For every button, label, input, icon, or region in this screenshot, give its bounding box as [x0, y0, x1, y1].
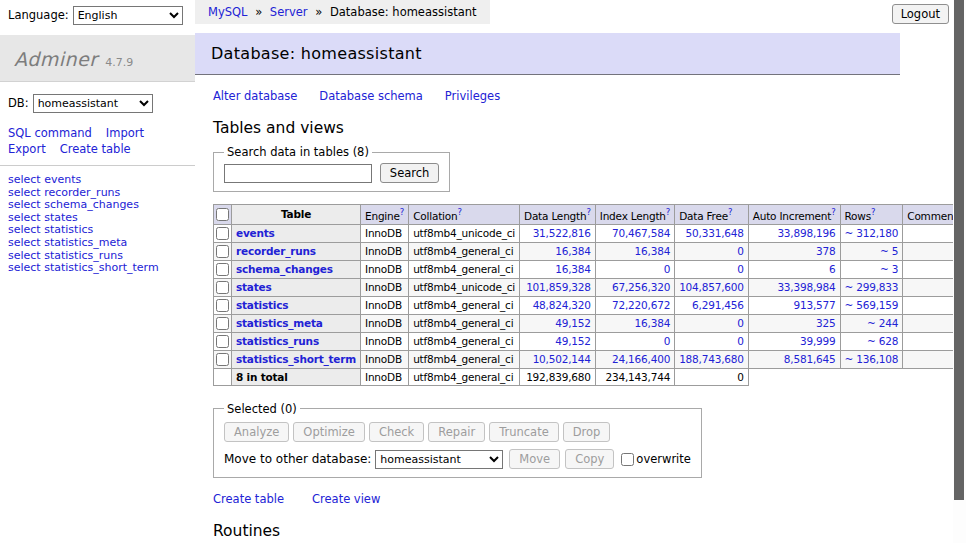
sidebar-select-schema-changes[interactable]: select schema_changes: [8, 199, 195, 212]
data-length-help-link[interactable]: ?: [586, 207, 590, 217]
auto-increment-link[interactable]: 378: [753, 245, 836, 257]
rows-link[interactable]: ~ 628: [845, 335, 899, 347]
sidebar-link-create-table[interactable]: Create table: [60, 141, 131, 157]
table-name-cell: statistics_short_term: [232, 350, 361, 368]
rows-link[interactable]: ~ 299,833: [845, 281, 899, 293]
index-length-link[interactable]: 70,467,584: [600, 227, 670, 239]
sidebar-link-import[interactable]: Import: [106, 125, 144, 141]
index-length-link[interactable]: 16,384: [600, 317, 670, 329]
move-database-select[interactable]: homeassistant: [375, 450, 503, 469]
index-length-link[interactable]: 0: [600, 263, 670, 275]
table-link-statistics-meta[interactable]: statistics_meta: [236, 317, 323, 329]
auto-increment-help-link[interactable]: ?: [831, 207, 835, 217]
data-length-link[interactable]: 101,859,328: [524, 281, 591, 293]
data-length-link[interactable]: 16,384: [524, 263, 591, 275]
collation-cell: utf8mb4_general_ci: [409, 296, 520, 314]
data-free-link[interactable]: 104,857,600: [679, 281, 744, 293]
breadcrumb-mysql-link[interactable]: MySQL: [208, 5, 248, 19]
data-length-link[interactable]: 10,502,144: [524, 353, 591, 365]
index-length-link[interactable]: 24,166,400: [600, 353, 670, 365]
engine-help-link[interactable]: ?: [400, 207, 404, 217]
database-schema-link[interactable]: Database schema: [319, 89, 422, 103]
table-link-states[interactable]: states: [236, 281, 272, 293]
data-length-link[interactable]: 49,152: [524, 335, 591, 347]
row-checkbox-events[interactable]: [216, 227, 229, 240]
rows-link[interactable]: ~ 3: [845, 263, 899, 275]
data-free-link[interactable]: 0: [679, 263, 744, 275]
sidebar-select-statistics-meta[interactable]: select statistics_meta: [8, 237, 195, 250]
rows-link[interactable]: ~ 244: [845, 317, 899, 329]
auto-increment-link[interactable]: 6: [753, 263, 836, 275]
table-link-schema-changes[interactable]: schema_changes: [236, 263, 333, 275]
index-length-link[interactable]: 72,220,672: [600, 299, 670, 311]
column-header-engine: Engine?: [361, 205, 409, 225]
auto-increment-link[interactable]: 325: [753, 317, 836, 329]
index-length-link[interactable]: 0: [600, 335, 670, 347]
index-length-link[interactable]: 16,384: [600, 245, 670, 257]
sidebar-select-events[interactable]: select events: [8, 174, 195, 187]
selected-fieldset: Selected (0) AnalyzeOptimizeCheckRepairT…: [213, 402, 702, 478]
row-checkbox-cell: [214, 242, 232, 260]
index-length-help-link[interactable]: ?: [666, 207, 670, 217]
data-free-link[interactable]: 188,743,680: [679, 353, 744, 365]
row-checkbox-states[interactable]: [216, 281, 229, 294]
rows-cell: ~ 628: [840, 332, 903, 350]
alter-database-link[interactable]: Alter database: [213, 89, 297, 103]
table-link-statistics-short-term[interactable]: statistics_short_term: [236, 353, 356, 365]
data-length-link[interactable]: 31,522,816: [524, 227, 591, 239]
auto-increment-link[interactable]: 8,581,645: [753, 353, 836, 365]
row-checkbox-statistics-short-term[interactable]: [216, 353, 229, 366]
search-button[interactable]: Search: [380, 163, 440, 183]
row-checkbox-statistics[interactable]: [216, 299, 229, 312]
row-checkbox-cell: [214, 260, 232, 278]
create-view-link[interactable]: Create view: [312, 492, 380, 506]
search-input[interactable]: [224, 164, 372, 183]
data-free-link[interactable]: 0: [679, 335, 744, 347]
sidebar-link-sql-command[interactable]: SQL command: [8, 125, 92, 141]
row-checkbox-recorder-runs[interactable]: [216, 245, 229, 258]
create-table-link[interactable]: Create table: [213, 492, 284, 506]
data-free-link[interactable]: 50,331,648: [679, 227, 744, 239]
table-link-events[interactable]: events: [236, 227, 275, 239]
table-link-statistics[interactable]: statistics: [236, 299, 288, 311]
data-length-link[interactable]: 48,824,320: [524, 299, 591, 311]
scrollbar-thumb[interactable]: [954, 0, 964, 500]
table-link-recorder-runs[interactable]: recorder_runs: [236, 245, 316, 257]
data-free-help-link[interactable]: ?: [728, 207, 732, 217]
auto-increment-cell: 8,581,645: [748, 350, 840, 368]
privileges-link[interactable]: Privileges: [445, 89, 500, 103]
collation-help-link[interactable]: ?: [457, 207, 461, 217]
auto-increment-link[interactable]: 33,398,984: [753, 281, 836, 293]
sidebar-select-statistics-short-term[interactable]: select statistics_short_term: [8, 262, 195, 275]
rows-help-link[interactable]: ?: [871, 207, 875, 217]
table-name-cell: schema_changes: [232, 260, 361, 278]
table-link-statistics-runs[interactable]: statistics_runs: [236, 335, 319, 347]
rows-link[interactable]: ~ 136,108: [845, 353, 899, 365]
rows-link[interactable]: ~ 569,159: [845, 299, 899, 311]
table-name-cell: statistics: [232, 296, 361, 314]
rows-link[interactable]: ~ 5: [845, 245, 899, 257]
logout-button[interactable]: Logout: [892, 4, 949, 24]
sidebar-link-export[interactable]: Export: [8, 141, 46, 157]
auto-increment-link[interactable]: 913,577: [753, 299, 836, 311]
row-checkbox-schema-changes[interactable]: [216, 263, 229, 276]
row-checkbox-statistics-meta[interactable]: [216, 317, 229, 330]
select-all-checkbox[interactable]: [216, 208, 229, 221]
data-length-link[interactable]: 49,152: [524, 317, 591, 329]
row-checkbox-statistics-runs[interactable]: [216, 335, 229, 348]
auto-increment-link[interactable]: 39,999: [753, 335, 836, 347]
auto-increment-link[interactable]: 33,898,196: [753, 227, 836, 239]
breadcrumb-server-link[interactable]: Server: [270, 5, 308, 19]
index-length-cell: 16,384: [595, 242, 674, 260]
index-length-link[interactable]: 67,256,320: [600, 281, 670, 293]
db-select[interactable]: homeassistant: [33, 94, 153, 113]
rows-link[interactable]: ~ 312,180: [845, 227, 899, 239]
table-row-schema-changes: schema_changesInnoDButf8mb4_general_ci16…: [214, 260, 966, 278]
overwrite-checkbox[interactable]: [621, 453, 634, 466]
language-select[interactable]: English: [73, 6, 183, 25]
routines-heading: Routines: [213, 522, 900, 540]
data-free-link[interactable]: 0: [679, 245, 744, 257]
data-free-link[interactable]: 0: [679, 317, 744, 329]
data-free-link[interactable]: 6,291,456: [679, 299, 744, 311]
data-length-link[interactable]: 16,384: [524, 245, 591, 257]
